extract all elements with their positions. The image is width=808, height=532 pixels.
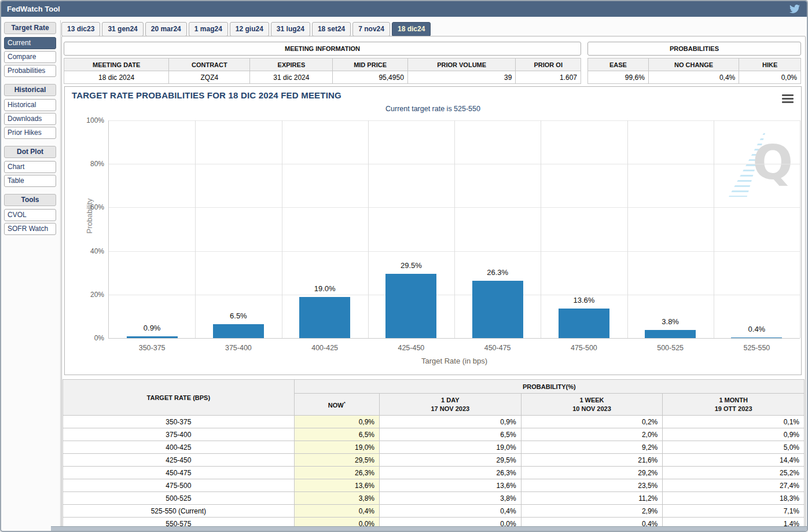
col-ease: EASE — [588, 58, 649, 71]
table-row: 500-5253,8%3,8%11,2%18,3% — [63, 492, 805, 505]
sidebar-item-table[interactable]: Table — [4, 175, 56, 187]
probability-cell: 13,6% — [379, 479, 521, 492]
probability-cell: 29,5% — [294, 454, 379, 467]
fedwatch-app: FedWatch Tool Target Rate Current Compar… — [0, 0, 808, 532]
x-axis-label: Target Rate (in bps) — [109, 357, 800, 365]
meeting-tab-bar: 13 dic23 31 gen24 20 mar24 1 mag24 12 gi… — [61, 22, 431, 36]
gridline — [714, 120, 714, 338]
tab-13-dic23[interactable]: 13 dic23 — [61, 22, 100, 36]
sidebar-item-sofr-watch[interactable]: SOFR Watch — [4, 223, 56, 235]
probability-cell: 29,5% — [379, 454, 521, 467]
table-row: 425-45029,5%29,5%21,6%14,4% — [63, 454, 805, 467]
tab-12-giu24[interactable]: 12 giu24 — [230, 22, 269, 36]
bar-value-label: 0.4% — [730, 325, 783, 333]
sidebar-item-current[interactable]: Current — [4, 37, 56, 49]
target-rate-cell: 450-475 — [63, 467, 295, 479]
meeting-date-value: 18 dic 2024 — [64, 71, 169, 84]
table-row: 375-4006,5%6,5%2,0%0,9% — [63, 428, 805, 441]
y-tick-label: 0% — [76, 334, 104, 342]
col-prior-oi: PRIOR OI — [516, 58, 581, 71]
probability-cell: 11,2% — [521, 492, 663, 505]
gridline — [282, 120, 282, 338]
gridline — [454, 120, 455, 338]
sidebar-header-dot-plot: Dot Plot — [4, 146, 56, 158]
probability-cell: 19,0% — [379, 441, 521, 454]
bar-475-500 — [559, 309, 609, 338]
no-change-value: 0,4% — [648, 71, 739, 84]
x-tick-label: 425-450 — [368, 344, 454, 352]
rate-table-body: 350-3750,9%0,9%0,2%0,1%375-4006,5%6,5%2,… — [63, 416, 805, 532]
probability-cell: 3,8% — [379, 492, 521, 505]
chart-menu-icon[interactable] — [782, 94, 794, 103]
sidebar-item-probabilities[interactable]: Probabilities — [4, 65, 56, 77]
sidebar-item-compare[interactable]: Compare — [4, 51, 56, 63]
y-tick-label: 100% — [76, 116, 104, 124]
col-meeting-date: MEETING DATE — [64, 58, 169, 71]
y-tick-label: 20% — [76, 291, 104, 299]
bar-375-400 — [213, 324, 264, 338]
sidebar-item-cvol[interactable]: CVOL — [4, 209, 56, 221]
y-tick-label: 80% — [76, 160, 104, 168]
rate-table-panel: TARGET RATE (BPS) PROBABILITY(%) NOW* 1 … — [63, 379, 805, 532]
probability-cell: 0,9% — [294, 416, 379, 428]
probability-cell: 2,9% — [521, 505, 663, 518]
sidebar-header-historical: Historical — [4, 84, 56, 96]
bar-value-label: 29.5% — [385, 261, 437, 270]
probability-cell: 26,3% — [294, 467, 379, 479]
header-bar: FedWatch Tool — [1, 1, 807, 17]
horizontal-scrollbar[interactable] — [51, 526, 807, 531]
tab-18-dic24[interactable]: 18 dic24 — [392, 22, 431, 36]
main-content: MEETING INFORMATION MEETING DATE CONTRAC… — [61, 36, 806, 528]
chart-panel: TARGET RATE PROBABILITIES FOR 18 DIC 202… — [64, 86, 802, 375]
probability-cell: 5,0% — [663, 441, 805, 454]
col-hike: HIKE — [739, 58, 801, 71]
quikstrike-watermark: Q — [729, 133, 793, 197]
col-expires: EXPIRES — [250, 58, 333, 71]
probabilities-table: EASE NO CHANGE HIKE 99,6% 0,4% 0,0% — [587, 58, 801, 84]
col-1-day: 1 DAY17 NOV 2023 — [379, 394, 521, 416]
ease-value: 99,6% — [588, 71, 649, 84]
target-rate-cell: 375-400 — [63, 428, 295, 441]
bar-500-525 — [645, 330, 696, 338]
col-1-week: 1 WEEK10 NOV 2023 — [521, 394, 663, 416]
tab-20-mar24[interactable]: 20 mar24 — [145, 22, 187, 36]
gridline — [627, 120, 628, 338]
x-tick-label: 400-425 — [282, 344, 368, 352]
bar-value-label: 26.3% — [472, 268, 524, 277]
x-tick-label: 500-525 — [627, 344, 714, 352]
probability-cell: 19,0% — [294, 441, 379, 454]
gridline — [195, 120, 196, 338]
sidebar-header-target-rate: Target Rate — [4, 22, 56, 34]
probability-cell: 13,6% — [294, 479, 379, 492]
sidebar-item-chart[interactable]: Chart — [4, 161, 56, 173]
expires-value: 31 dic 2024 — [250, 71, 333, 84]
chart-subtitle: Current target rate is 525-550 — [65, 105, 801, 113]
table-row: 350-3750,9%0,9%0,2%0,1% — [63, 416, 805, 428]
probability-cell: 18,3% — [663, 492, 805, 505]
x-tick-label: 350-375 — [109, 344, 195, 352]
tab-7-nov24[interactable]: 7 nov24 — [352, 22, 390, 36]
bar-value-label: 3.8% — [644, 317, 696, 326]
meeting-info-panel: MEETING INFORMATION MEETING DATE CONTRAC… — [64, 42, 581, 84]
x-tick-label: 475-500 — [541, 344, 627, 352]
tab-31-lug24[interactable]: 31 lug24 — [271, 22, 310, 36]
sidebar-item-prior-hikes[interactable]: Prior Hikes — [4, 127, 56, 139]
probability-cell: 6,5% — [294, 428, 379, 441]
bar-value-label: 13.6% — [558, 296, 610, 304]
app-title: FedWatch Tool — [7, 1, 60, 17]
y-tick-label: 60% — [76, 203, 104, 211]
tab-1-mag24[interactable]: 1 mag24 — [189, 22, 228, 36]
probability-cell: 7,1% — [663, 505, 805, 518]
x-tick-label: 375-400 — [195, 344, 281, 352]
target-rate-cell: 525-550 (Current) — [63, 505, 295, 518]
sidebar-item-downloads[interactable]: Downloads — [4, 113, 56, 125]
tab-31-gen24[interactable]: 31 gen24 — [102, 22, 143, 36]
col-contract: CONTRACT — [169, 58, 250, 71]
probability-cell: 6,5% — [379, 428, 521, 441]
tab-18-set24[interactable]: 18 set24 — [312, 22, 351, 36]
sidebar-item-historical[interactable]: Historical — [4, 99, 56, 111]
col-probability-group: PROBABILITY(%) — [294, 380, 804, 394]
twitter-icon[interactable] — [789, 5, 800, 13]
bar-value-label: 19.0% — [299, 284, 351, 293]
target-rate-cell: 400-425 — [63, 441, 295, 454]
